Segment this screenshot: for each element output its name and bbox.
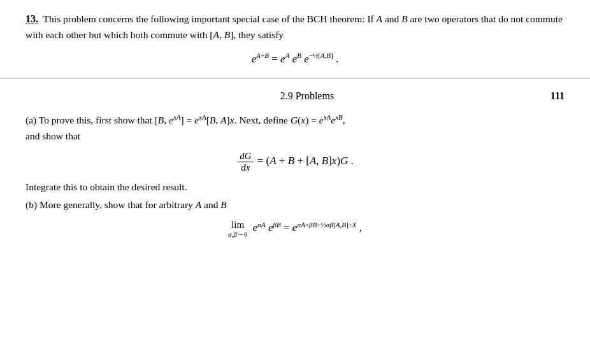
numerator-dg: dG bbox=[238, 151, 253, 162]
page-number: 111 bbox=[550, 90, 565, 102]
denominator-dx: dx bbox=[239, 162, 252, 173]
section-title: 2.9 Problems bbox=[64, 90, 550, 102]
dg-equation: dG dx = (A + B + [A, B]x)G . bbox=[25, 151, 565, 173]
problem-intro: This problem concerns the following impo… bbox=[25, 13, 563, 40]
bottom-section: 2.9 Problems 111 (a) To prove this, firs… bbox=[0, 79, 590, 254]
page-container: 13. This problem concerns the following … bbox=[0, 0, 590, 364]
lim-block: lim α,β→0 bbox=[228, 220, 248, 238]
lim-text: lim bbox=[231, 220, 244, 230]
part-b-text: (b) More generally, show that for arbitr… bbox=[25, 197, 565, 213]
problem-number: 13. bbox=[25, 13, 38, 24]
fraction-dg: dG dx bbox=[238, 151, 253, 173]
problem-statement: 13. This problem concerns the following … bbox=[25, 11, 565, 43]
section-header: 2.9 Problems 111 bbox=[25, 85, 565, 104]
top-section: 13. This problem concerns the following … bbox=[0, 0, 590, 78]
lim-equation: lim α,β→0 eαA eβB = eαA+βB+½αβ[A,B]+X , bbox=[25, 220, 565, 238]
part-a-text: (a) To prove this, first show that [B, e… bbox=[25, 112, 565, 144]
lim-subscript: α,β→0 bbox=[228, 230, 248, 238]
integrate-text: Integrate this to obtain the desired res… bbox=[25, 179, 565, 195]
main-equation: eA+B = eA eB e−½[A,B] . bbox=[25, 52, 565, 66]
